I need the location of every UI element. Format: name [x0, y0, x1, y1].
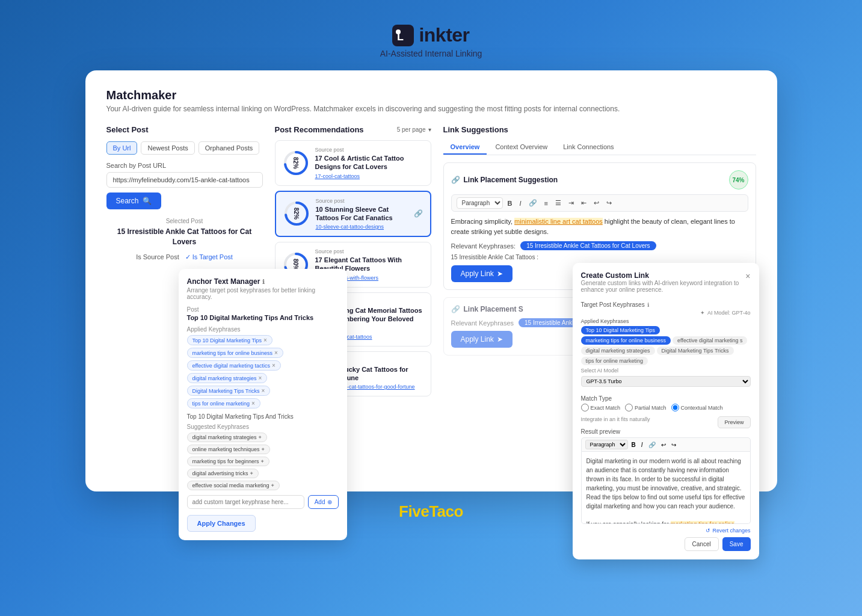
- chevron-down-icon: ▾: [428, 126, 431, 133]
- score-circle-2: 82%: [283, 200, 310, 227]
- rec-info-2: Source post 10 Stunning Sleeve Cat Tatto…: [316, 198, 408, 230]
- tab-context-overview[interactable]: Context Overview: [488, 140, 555, 155]
- redo-btn[interactable]: ↪: [604, 198, 614, 208]
- bold-btn[interactable]: B: [505, 199, 515, 208]
- kw-chip-1-remove[interactable]: ×: [263, 337, 267, 343]
- kw-chip-2-remove[interactable]: ×: [274, 350, 278, 356]
- apply-link-btn-2[interactable]: Apply Link ➤: [451, 331, 513, 348]
- kw-chip-2: marketing tips for online business ×: [187, 348, 283, 358]
- rec-slug-2[interactable]: 10-sleeve-cat-tattoo-designs: [316, 224, 408, 230]
- applied-kw-label: Applied Keyphrases: [187, 326, 339, 333]
- paragraph-select[interactable]: Paragraph: [457, 197, 503, 209]
- exact-match-radio[interactable]: [581, 404, 589, 411]
- ol-btn[interactable]: ≡: [542, 199, 550, 208]
- anchor-text-manager: Anchor Text Manager ℹ Arrange target pos…: [179, 269, 347, 540]
- mini-italic-btn[interactable]: I: [639, 441, 645, 449]
- sug-chip-3-text: marketing tips for beginners: [192, 458, 259, 464]
- ai-model-label: AI Model: GPT-4o: [707, 310, 751, 316]
- app-name: inkter: [419, 24, 469, 46]
- link-btn[interactable]: 🔗: [526, 198, 540, 208]
- url-input[interactable]: [106, 172, 263, 188]
- tab-by-url[interactable]: By Url: [106, 141, 138, 155]
- sug-chip-5[interactable]: effective social media marketing +: [187, 481, 280, 490]
- sug-chip-5-text: effective social media marketing: [192, 482, 269, 488]
- sug-chip-4-text: digital advertising tricks: [192, 470, 248, 476]
- cancel-button[interactable]: Cancel: [685, 537, 719, 551]
- search-button[interactable]: Search 🔍: [106, 192, 161, 209]
- indent-btn[interactable]: ⇥: [566, 198, 576, 208]
- sug-chip-2-text: online marketing techniques: [192, 446, 260, 452]
- brand-second: Taco: [429, 502, 463, 520]
- tab-link-connections[interactable]: Link Connections: [556, 140, 621, 155]
- partial-match-radio[interactable]: [625, 404, 633, 411]
- sug-chip-3[interactable]: marketing tips for beginners +: [187, 457, 269, 466]
- add-keyphrase-btn[interactable]: Add ⊕: [308, 495, 339, 509]
- rec-card-1[interactable]: 82% Source post 17 Cool & Artistic Cat T…: [275, 140, 431, 186]
- tab-newest-posts[interactable]: Newest Posts: [141, 141, 194, 155]
- result-preview-label: Result preview: [581, 428, 751, 435]
- mini-undo-btn[interactable]: ↩: [659, 441, 668, 449]
- search-by-url-label: Search by Post URL: [106, 162, 263, 169]
- target-tag: ✓ Is Target Post: [185, 253, 233, 261]
- contextual-match-option[interactable]: Contextual Match: [671, 404, 723, 411]
- ccl-chip-6: tips for online marketing: [581, 357, 648, 365]
- ccl-chip-2: marketing tips for online business: [581, 336, 671, 345]
- match-type-label: Match Type: [581, 395, 751, 402]
- ai-model-select[interactable]: GPT-3.5 Turbo GPT-4 GPT-4 Turbo: [581, 376, 751, 387]
- tab-overview[interactable]: Overview: [443, 140, 487, 155]
- mini-bold-btn[interactable]: B: [630, 441, 638, 449]
- save-button[interactable]: Save: [722, 537, 751, 551]
- ul-btn[interactable]: ☰: [553, 198, 564, 208]
- link-placement-icon: 🔗: [451, 176, 460, 184]
- link-placement-label: Link Placement Suggestion: [464, 176, 558, 184]
- revert-icon: ↺: [706, 528, 710, 534]
- italic-btn[interactable]: I: [517, 199, 523, 208]
- revert-label: Revert changes: [712, 528, 750, 534]
- selected-post-label: Selected Post: [106, 218, 263, 224]
- applied-kw-chips: Top 10 Digital Marketing Tips × marketin…: [187, 335, 339, 408]
- close-icon[interactable]: ×: [745, 271, 750, 281]
- sug-chip-4[interactable]: digital advertising tricks +: [187, 469, 259, 478]
- undo-btn[interactable]: ↩: [591, 198, 602, 208]
- rec-source-1: Source post: [315, 147, 423, 153]
- select-post-title: Select Post: [106, 125, 263, 134]
- partial-match-option[interactable]: Partial Match: [625, 404, 667, 411]
- result-editor[interactable]: Digital marketing in our modern world is…: [581, 452, 751, 524]
- contextual-match-radio[interactable]: [671, 404, 679, 411]
- kw-chip-3-remove[interactable]: ×: [272, 362, 276, 369]
- anchor-manager-desc: Arrange target post keyphrases for bette…: [187, 287, 339, 300]
- rec-slug-1[interactable]: 17-cool-cat-tattoos: [315, 173, 423, 179]
- sug-chip-1-text: digital marketing strategies: [192, 434, 257, 440]
- per-page-label: 5 per page: [397, 126, 426, 133]
- tab-orphaned-posts[interactable]: Orphaned Posts: [199, 141, 260, 155]
- kw-chip-5-remove[interactable]: ×: [262, 387, 265, 394]
- link-placement-icon-2: 🔗: [451, 305, 460, 313]
- anchor-manager-title: Anchor Text Manager ℹ: [187, 277, 339, 286]
- sug-chip-2[interactable]: online marketing techniques +: [187, 445, 270, 454]
- mini-para-select[interactable]: Paragraph: [585, 440, 628, 449]
- mini-link-btn[interactable]: 🔗: [647, 441, 657, 449]
- apply-link-btn-1[interactable]: Apply Link ➤: [451, 265, 513, 282]
- kw-chip-5: Digital Marketing Tips Tricks ×: [187, 386, 271, 396]
- per-page-control[interactable]: 5 per page ▾: [397, 126, 431, 133]
- kw-chip-4-remove[interactable]: ×: [259, 375, 262, 381]
- rec-card-2[interactable]: 82% Source post 10 Stunning Sleeve Cat T…: [275, 191, 431, 238]
- ccl-chip-5: Digital Marketing Tips Tricks: [657, 346, 734, 355]
- anchor-post-title: Top 10 Digital Marketing Tips And Tricks: [187, 314, 339, 321]
- exact-match-option[interactable]: Exact Match: [581, 404, 621, 411]
- apply-changes-btn[interactable]: Apply Changes: [187, 515, 256, 532]
- select-ai-label: Select AI Model: [581, 368, 751, 374]
- target-post-kw-label: Target Post Keyphrases ℹ: [581, 301, 751, 308]
- mini-redo-btn[interactable]: ↪: [670, 441, 678, 449]
- matchmaker-title: Matchmaker: [106, 88, 756, 102]
- revert-changes-row[interactable]: ↺ Revert changes: [581, 528, 751, 534]
- custom-keyphrase-input[interactable]: [187, 495, 304, 509]
- main-card: Matchmaker Your AI-driven guide for seam…: [85, 70, 777, 491]
- outdent-btn[interactable]: ⇤: [579, 198, 589, 208]
- highlight-link[interactable]: minimalistic line art cat tattoos: [514, 218, 603, 225]
- editor-content-1: Embracing simplicity, minimalistic line …: [451, 217, 748, 236]
- kw-chip-6-remove[interactable]: ×: [251, 400, 255, 407]
- sug-chip-1[interactable]: digital marketing strategies +: [187, 433, 267, 442]
- preview-btn[interactable]: Preview: [718, 416, 750, 428]
- logo-area: L inkter: [392, 24, 469, 46]
